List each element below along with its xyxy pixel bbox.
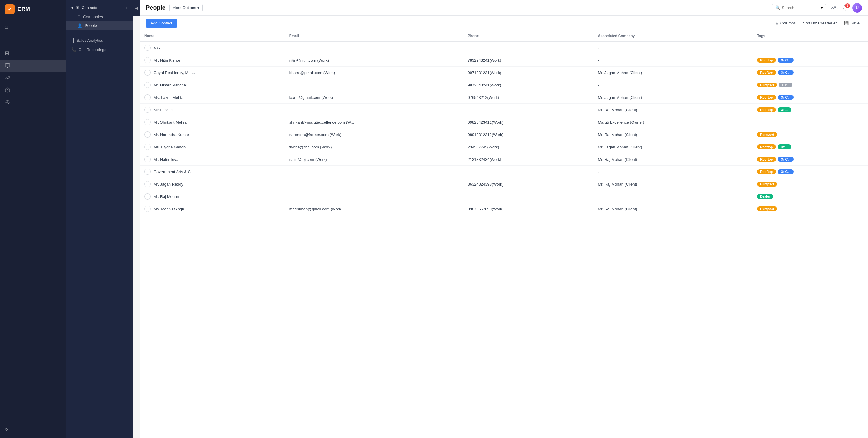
col-name: Name <box>140 31 284 41</box>
table-row[interactable]: Mr. Himen Panchal 9872343241(Work)-Pumps… <box>140 79 868 91</box>
row-checkbox[interactable] <box>145 45 151 51</box>
table-row[interactable]: Mr. Jagan Reddy 86324824398(Work)Mr. Raj… <box>140 178 868 190</box>
add-contact-nav-icon[interactable]: + <box>125 5 128 10</box>
row-checkbox[interactable] <box>145 144 151 150</box>
cell-phone: 0971231231(Work) <box>463 66 593 79</box>
cell-phone <box>463 166 593 178</box>
table-row[interactable]: Ms. Laxmi Mehta laxmi@gmail.com (Work)07… <box>140 91 868 104</box>
sidebar-item-people[interactable]: 👤 People <box>66 21 133 30</box>
row-checkbox[interactable] <box>145 69 151 75</box>
table-row[interactable]: Ms. Madhu Singh madhuben@gmail.com (Work… <box>140 203 868 215</box>
sidebar-item-analytics[interactable] <box>0 72 66 84</box>
cell-tags: PumpsetDir... <box>752 79 868 91</box>
sidebar-item-filter[interactable]: ⊟ <box>0 47 66 60</box>
tag-badge[interactable]: Rooftop <box>757 70 776 75</box>
tag-badge[interactable]: Pumpset <box>757 132 777 137</box>
sidebar-item-sales-analytics[interactable]: ▐ Sales Analytics <box>66 36 133 45</box>
cell-phone: 2131332434(Work) <box>463 153 593 166</box>
col-associated-company: Associated Company <box>593 31 752 41</box>
cell-name: Goyal Residency, Mr. ... <box>140 66 284 79</box>
table-row[interactable]: Mr. Shrikant Mehra shrikant@marutiexcell… <box>140 116 868 128</box>
cell-email: laxmi@gmail.com (Work) <box>284 91 463 104</box>
row-checkbox[interactable] <box>145 206 151 212</box>
tag-badge[interactable]: OnC... <box>778 95 793 100</box>
people-nav-icon: 👤 <box>78 23 82 28</box>
table-row[interactable]: Mr. Nalin Tevar nalin@tej.com (Work)2131… <box>140 153 868 166</box>
tag-badge[interactable]: OnC... <box>778 58 793 63</box>
tag-badge[interactable]: Rooftop <box>757 169 776 174</box>
cell-tags: RooftopOnC... <box>752 54 868 66</box>
table-row[interactable]: Krish Patel Mr. Raj Mohan (Client)Roofto… <box>140 104 868 116</box>
cell-associated-company: Mr. Raj Mohan (Client) <box>593 203 752 215</box>
notification-button[interactable]: 1 <box>843 5 848 10</box>
row-checkbox[interactable] <box>145 82 151 88</box>
tag-badge[interactable]: Dealer <box>757 194 773 199</box>
row-checkbox[interactable] <box>145 57 151 63</box>
tag-badge[interactable]: Rooftop <box>757 58 776 63</box>
row-checkbox[interactable] <box>145 107 151 113</box>
sidebar-item-history[interactable] <box>0 84 66 96</box>
row-checkbox[interactable] <box>145 156 151 162</box>
tag-badge[interactable]: Pumpset <box>757 207 777 211</box>
table-row[interactable]: Goyal Residency, Mr. ... bharat@gmail.co… <box>140 66 868 79</box>
help-icon[interactable]: ? <box>0 423 66 438</box>
columns-button[interactable]: ⊞ Columns <box>773 20 798 27</box>
save-icon: 💾 <box>844 21 849 25</box>
contacts-section-header[interactable]: ▾ ⊞ Contacts + <box>66 3 133 12</box>
more-options-button[interactable]: More Options ▾ <box>169 4 203 11</box>
row-checkbox[interactable] <box>145 94 151 100</box>
row-checkbox[interactable] <box>145 193 151 199</box>
tag-badge[interactable]: Pumpset <box>757 83 777 87</box>
phone-icon: 📞 <box>71 48 76 52</box>
table-row[interactable]: Mr. Narendra Kumar narendra@farmer.com (… <box>140 128 868 141</box>
add-contact-button[interactable]: Add Contact <box>146 19 177 28</box>
table-row[interactable]: Mr. Nitin Kishor nitin@nitin.com (Work)7… <box>140 54 868 66</box>
cell-phone: 09876567890(Work) <box>463 203 593 215</box>
row-checkbox[interactable] <box>145 181 151 187</box>
tag-badge[interactable]: Off... <box>778 145 791 149</box>
tag-badge[interactable]: Rooftop <box>757 145 776 149</box>
cell-name: Ms. Fiyona Gandhi <box>140 141 284 153</box>
table-row[interactable]: XYZ - <box>140 41 868 54</box>
tag-badge[interactable]: OnC... <box>778 157 793 162</box>
trending-button[interactable]: 0 <box>831 5 838 10</box>
cell-email: madhuben@gmail.com (Work) <box>284 203 463 215</box>
chevron-down-icon: ▾ <box>197 5 199 10</box>
tag-badge[interactable]: Rooftop <box>757 107 776 112</box>
row-checkbox[interactable] <box>145 169 151 175</box>
cell-email <box>284 166 463 178</box>
contacts-table: Name Email Phone Associated Company Tags… <box>140 31 868 215</box>
table-row[interactable]: Mr. Raj Mohan -Dealer <box>140 190 868 203</box>
cell-tags: RooftopOff... <box>752 104 868 116</box>
table-row[interactable]: Ms. Fiyona Gandhi fiyona@ficci.com (Work… <box>140 141 868 153</box>
tag-badge[interactable]: OnC... <box>778 70 793 75</box>
cell-associated-company: - <box>593 41 752 54</box>
sidebar-item-contacts[interactable] <box>0 60 66 72</box>
tag-badge[interactable]: Pumpset <box>757 182 777 187</box>
row-checkbox[interactable] <box>145 131 151 137</box>
sidebar-icon-list: ⌂ ≡ ⊟ <box>0 19 66 423</box>
sidebar-item-people[interactable] <box>0 96 66 108</box>
table-row[interactable]: Government Arts & C... -RooftopOnC... <box>140 166 868 178</box>
user-avatar[interactable]: U <box>852 3 862 13</box>
tag-badge[interactable]: Rooftop <box>757 157 776 162</box>
sidebar-item-call-recordings[interactable]: 📞 Call Recordings <box>66 45 133 54</box>
notification-badge: 1 <box>845 3 850 8</box>
search-input[interactable] <box>782 5 819 10</box>
sidebar-item-home[interactable]: ⌂ <box>0 21 66 33</box>
collapse-panel-button[interactable]: ◀ <box>133 0 140 16</box>
row-checkbox[interactable] <box>145 119 151 125</box>
sidebar-item-companies[interactable]: ⊞ Companies <box>66 12 133 21</box>
tag-badge[interactable]: Off... <box>778 107 791 112</box>
tag-badge[interactable]: Rooftop <box>757 95 776 100</box>
page-title: People <box>146 4 166 11</box>
header-left: People More Options ▾ <box>146 4 203 11</box>
sidebar-item-list[interactable]: ≡ <box>0 34 66 46</box>
cell-associated-company: - <box>593 166 752 178</box>
save-button[interactable]: 💾 Save <box>841 20 862 27</box>
search-box[interactable]: 🔍 ▾ <box>772 4 826 11</box>
cell-phone: 9872343241(Work) <box>463 79 593 91</box>
tag-badge[interactable]: Dir... <box>779 83 792 87</box>
nav-panel: ▾ ⊞ Contacts + ⊞ Companies 👤 People ▐ Sa… <box>66 0 133 438</box>
tag-badge[interactable]: OnC... <box>778 169 793 174</box>
